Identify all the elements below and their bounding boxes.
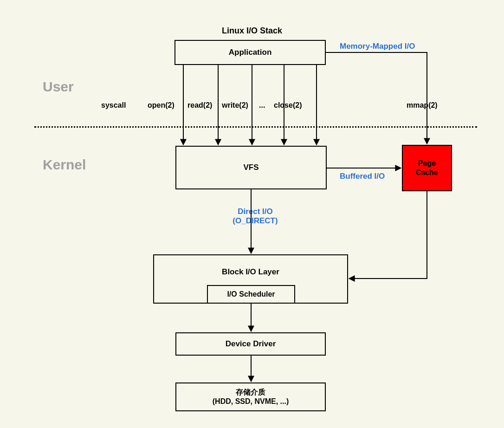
box-application-label: Application bbox=[229, 48, 272, 57]
diagram-canvas: Linux I/O Stack User Kernel Application … bbox=[0, 0, 504, 428]
label-close: close(2) bbox=[274, 101, 302, 110]
box-blockio-label: Block I/O Layer bbox=[222, 267, 279, 277]
diagram-title: Linux I/O Stack bbox=[222, 26, 282, 36]
label-open: open(2) bbox=[148, 101, 174, 110]
label-dots: ... bbox=[259, 101, 265, 110]
label-buffered-io: Buffered I/O bbox=[340, 172, 385, 181]
box-vfs-label: VFS bbox=[243, 163, 258, 172]
box-iosched-label: I/O Scheduler bbox=[227, 290, 275, 298]
box-storage-label: 存储介质 (HDD, SSD, NVME, ...) bbox=[213, 388, 289, 406]
box-application: Application bbox=[174, 40, 326, 65]
kernel-space-label: Kernel bbox=[43, 157, 86, 173]
box-devdrv-label: Device Driver bbox=[226, 339, 276, 349]
box-vfs: VFS bbox=[175, 146, 327, 189]
box-iosched: I/O Scheduler bbox=[207, 285, 295, 304]
label-mmap-io: Memory-Mapped I/O bbox=[340, 42, 415, 51]
box-pagecache: Page Cache bbox=[402, 145, 452, 191]
label-write: write(2) bbox=[222, 101, 248, 110]
label-direct-io: Direct I/O (O_DIRECT) bbox=[223, 207, 288, 226]
user-kernel-divider bbox=[34, 126, 477, 128]
label-syscall: syscall bbox=[101, 101, 126, 110]
user-space-label: User bbox=[43, 79, 74, 95]
box-pagecache-label: Page Cache bbox=[416, 159, 438, 177]
box-devdrv: Device Driver bbox=[175, 332, 326, 356]
label-mmap: mmap(2) bbox=[407, 101, 438, 110]
box-storage: 存储介质 (HDD, SSD, NVME, ...) bbox=[175, 383, 326, 411]
label-read: read(2) bbox=[187, 101, 212, 110]
